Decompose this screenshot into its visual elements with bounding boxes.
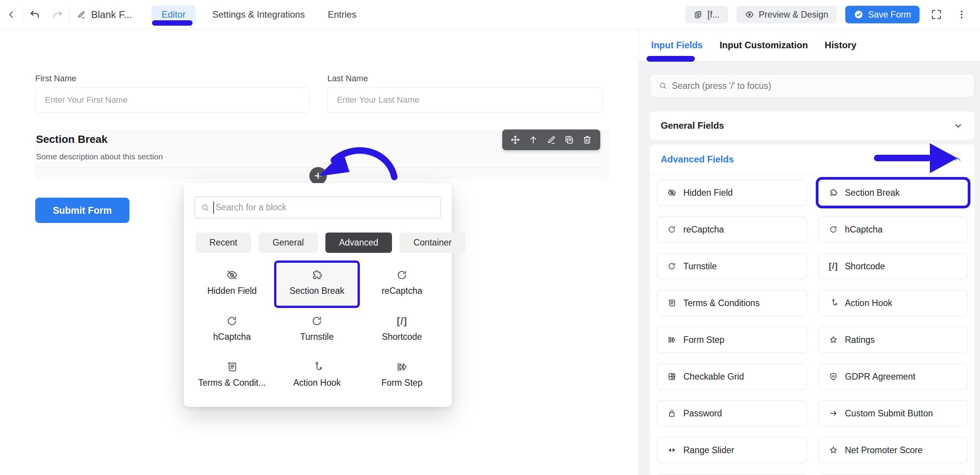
shortcode-button-label: [f... — [707, 10, 720, 20]
block-search-field[interactable] — [194, 197, 441, 218]
redo-button[interactable] — [46, 0, 69, 29]
edit-icon[interactable] — [546, 135, 556, 145]
delete-icon[interactable] — [582, 135, 592, 145]
general-fields-section[interactable]: General Fields — [650, 111, 975, 140]
field-button-label: Ratings — [845, 335, 875, 345]
section-break-title: Section Break — [36, 133, 108, 146]
first-name-field[interactable] — [35, 87, 309, 113]
field-button-net-promoter-score[interactable]: Net Promoter Score — [818, 437, 968, 463]
range-icon — [667, 446, 676, 455]
form-step-icon — [396, 361, 408, 373]
captcha-icon — [396, 269, 408, 281]
last-name-label: Last Name — [327, 74, 368, 84]
field-button-form-step[interactable]: Form Step — [657, 327, 807, 353]
popup-block-action-hook[interactable]: Action Hook — [276, 355, 358, 398]
save-form-button[interactable]: Save Form — [845, 6, 920, 23]
sidebar-tab-input-customization[interactable]: Input Customization — [720, 40, 808, 51]
field-button-label: Turnstile — [683, 261, 717, 272]
popup-block-recaptcha[interactable]: reCaptcha — [361, 263, 443, 306]
sidebar-tab-history[interactable]: History — [825, 40, 856, 51]
popup-block-terms-condit[interactable]: Terms & Condit... — [191, 355, 273, 398]
field-button-action-hook[interactable]: Action Hook — [818, 290, 968, 316]
field-button-password[interactable]: Password — [657, 400, 807, 426]
tab-entries[interactable]: Entries — [322, 5, 363, 24]
field-button-recaptcha[interactable]: reCaptcha — [657, 216, 807, 242]
duplicate-icon[interactable] — [564, 135, 574, 145]
sidebar-search-field[interactable] — [650, 74, 975, 98]
chevron-down-icon[interactable] — [953, 121, 963, 131]
advanced-fields-section: Advanced Fields Hidden FieldSection Brea… — [650, 144, 975, 475]
grid-check-icon — [667, 372, 676, 381]
advanced-fields-header[interactable]: Advanced Fields — [650, 144, 975, 174]
block-grid: Hidden FieldSection BreakreCaptchahCaptc… — [191, 263, 443, 398]
field-button-hidden-field[interactable]: Hidden Field — [657, 180, 807, 206]
search-icon — [659, 82, 667, 90]
field-button-label: hCaptcha — [845, 224, 882, 235]
form-step-icon — [667, 335, 676, 344]
tab-settings-integrations[interactable]: Settings & Integrations — [206, 5, 311, 24]
form-title-text: Blank F... — [91, 9, 132, 21]
more-options-button[interactable] — [953, 6, 970, 23]
field-button-checkable-grid[interactable]: Checkable Grid — [657, 364, 807, 390]
sidebar-search-input[interactable] — [667, 81, 974, 91]
field-button-custom-submit-button[interactable]: Custom Submit Button — [818, 400, 968, 426]
chevron-up-icon[interactable] — [953, 155, 962, 164]
popup-block-label: Shortcode — [382, 332, 422, 342]
eye-icon — [745, 10, 754, 19]
captcha-icon — [667, 225, 676, 234]
field-button-shortcode[interactable]: [/]Shortcode — [818, 253, 968, 279]
general-fields-title: General Fields — [661, 120, 724, 131]
form-title[interactable]: Blank F... — [77, 9, 132, 21]
field-button-hcaptcha[interactable]: hCaptcha — [818, 216, 968, 242]
last-name-input[interactable] — [328, 95, 603, 105]
right-sidebar: Input Fields Input Customization History… — [639, 29, 980, 475]
captcha-icon — [667, 262, 676, 271]
plus-icon — [313, 171, 323, 181]
field-button-range-slider[interactable]: Range Slider — [657, 437, 807, 463]
undo-button[interactable] — [23, 0, 46, 29]
kebab-menu-icon — [957, 10, 967, 20]
popup-block-hcaptcha[interactable]: hCaptcha — [191, 309, 273, 352]
field-button-section-break[interactable]: Section Break — [818, 180, 968, 206]
chevron-left-icon — [7, 10, 16, 20]
popup-tab-general[interactable]: General — [259, 233, 318, 253]
fullscreen-button[interactable] — [928, 6, 945, 23]
first-name-input[interactable] — [36, 95, 309, 105]
star-icon — [829, 446, 838, 455]
hook-icon — [829, 298, 838, 308]
lock-icon — [667, 409, 676, 418]
field-button-label: Hidden Field — [683, 188, 733, 198]
field-button-label: Custom Submit Button — [845, 408, 933, 419]
field-button-terms-conditions[interactable]: Terms & Conditions — [657, 290, 807, 316]
scroll-icon — [226, 361, 238, 373]
preview-design-button[interactable]: Preview & Design — [737, 6, 837, 23]
popup-block-shortcode[interactable]: [/]Shortcode — [361, 309, 443, 352]
field-button-label: Shortcode — [845, 261, 885, 272]
popup-tab-advanced[interactable]: Advanced — [325, 233, 392, 253]
last-name-field[interactable] — [327, 87, 603, 113]
popup-block-section-break[interactable]: Section Break — [276, 263, 358, 306]
shortcode-button[interactable]: [f... — [685, 6, 728, 23]
popup-tab-recent[interactable]: Recent — [196, 233, 251, 253]
field-button-label: Range Slider — [683, 445, 734, 455]
captcha-icon — [829, 225, 838, 234]
top-bar: Blank F... Editor Settings & Integration… — [0, 0, 980, 29]
field-button-gdpr-agreement[interactable]: GDPR Agreement — [818, 364, 968, 390]
advanced-fields-title: Advanced Fields — [661, 154, 734, 165]
field-button-label: Terms & Conditions — [683, 298, 760, 308]
popup-block-hidden-field[interactable]: Hidden Field — [191, 263, 273, 306]
popup-tab-container[interactable]: Container — [400, 233, 466, 253]
add-block-button[interactable] — [309, 167, 327, 185]
back-button[interactable] — [0, 0, 23, 29]
block-search-input[interactable] — [214, 202, 441, 213]
sidebar-tab-input-fields[interactable]: Input Fields — [651, 40, 703, 51]
field-button-turnstile[interactable]: Turnstile — [657, 253, 807, 279]
field-button-ratings[interactable]: Ratings — [818, 327, 968, 353]
move-icon[interactable] — [510, 135, 520, 145]
submit-form-button[interactable]: Submit Form — [35, 198, 129, 223]
divider — [69, 7, 70, 22]
captcha-icon — [226, 315, 238, 327]
popup-block-turnstile[interactable]: Turnstile — [276, 309, 358, 352]
move-up-icon[interactable] — [528, 135, 538, 145]
popup-block-form-step[interactable]: Form Step — [361, 355, 443, 398]
